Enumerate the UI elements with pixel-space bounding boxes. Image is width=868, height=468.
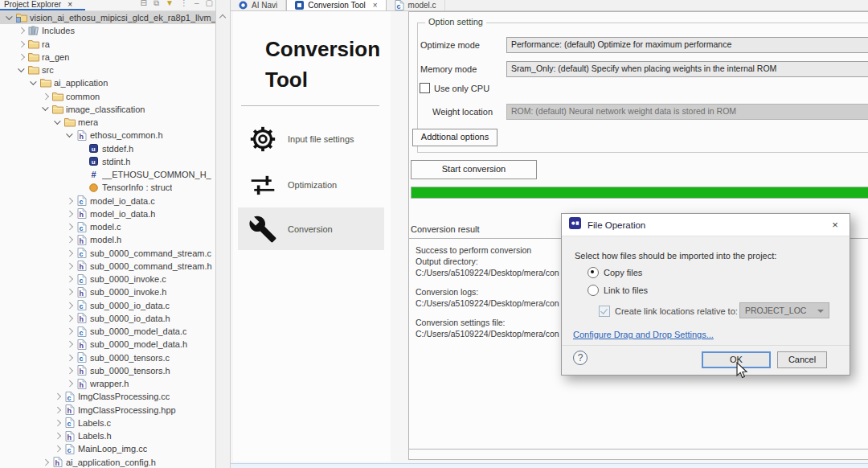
help-button[interactable]: ? [573,351,588,365]
tree-item[interactable]: hmodel.h [0,233,215,246]
expand-arrow-icon[interactable] [65,195,76,206]
maximize-icon[interactable]: ▢ [206,0,213,8]
expand-arrow-icon[interactable] [65,235,76,245]
tree-item[interactable]: cmodel_io_data.c [0,195,215,207]
additional-options-button[interactable]: Addtional options [412,129,497,146]
tree-item[interactable]: #__ETHOSU_COMMON_H_ [0,168,215,181]
tree-item[interactable]: hethosu_common.h [0,129,215,142]
tree-item[interactable]: csub_0000_model_data.c [0,325,215,338]
collapse-arrow-icon[interactable] [17,65,27,76]
tree-item-label: ai_application [54,78,108,88]
editor-tab-ai-navi[interactable]: AI Navi [231,0,286,10]
editor-tab-model-c[interactable]: cmodel.c [387,0,445,10]
expand-arrow-icon[interactable] [53,417,63,428]
start-conversion-button[interactable]: Start conversion [411,160,537,179]
tree-item[interactable]: csub_0000_command_stream.c [0,247,215,260]
optimize-mode-combo[interactable]: Performance: (default) Optimize for maxi… [506,37,868,53]
tree-item[interactable]: csub_0000_tensors.c [0,351,215,364]
filter-icon[interactable]: ▼ [166,0,174,8]
nav-item-optimization[interactable]: Optimization [238,163,384,206]
expand-arrow-icon[interactable] [65,379,76,389]
tree-item[interactable]: cmodel.c [0,220,215,233]
tree-item[interactable]: csub_0000_io_data.c [0,299,215,312]
memory-mode-combo[interactable]: Sram_Only: (default) Specify when placin… [506,61,868,77]
expand-arrow-icon[interactable] [65,365,76,376]
view-menu-icon[interactable]: ⋮ [180,0,188,8]
tree-item[interactable]: hmodel_io_data.h [0,207,215,220]
tree-item[interactable]: hwrapper.h [0,377,215,390]
tree-item[interactable]: src [0,64,215,76]
expand-arrow-icon[interactable] [41,457,51,467]
tree-item[interactable]: csub_0000_invoke.c [0,273,215,285]
expand-arrow-icon[interactable] [65,300,76,310]
expand-arrow-icon[interactable] [65,261,76,271]
svg-text:c: c [79,355,83,363]
tree-item[interactable]: vision_ai_ethosu_mipicsi_glcd_ek_ra8p1_l… [0,11,215,24]
cancel-button[interactable]: Cancel [777,351,827,368]
expand-arrow-icon[interactable] [53,392,63,402]
expand-arrow-icon[interactable] [65,352,76,363]
expand-arrow-icon[interactable] [17,39,27,49]
tree-item[interactable]: hsub_0000_model_data.h [0,338,215,351]
use-only-cpu-checkbox[interactable] [420,83,430,93]
tree-item[interactable]: Includes [0,24,215,37]
collapse-arrow-icon[interactable] [29,78,39,88]
tree-item[interactable]: cMainLoop_img.cc [0,442,215,455]
dialog-title-bar[interactable]: File Operation × [562,214,850,236]
collapse-arrow-icon[interactable] [41,104,51,114]
expand-arrow-icon[interactable] [65,326,76,337]
project-explorer-close-icon[interactable]: × [68,0,72,9]
expand-arrow-icon[interactable] [65,274,76,285]
tree-item[interactable]: image_classification [0,103,215,116]
tree-item[interactable]: TensorInfo : struct [0,181,215,194]
use-only-cpu-row[interactable]: Use only CPU [420,83,489,93]
link-to-files-radio-row[interactable]: Link to files [588,285,648,296]
expand-arrow-icon[interactable] [65,248,76,258]
collapse-arrow-icon[interactable] [65,130,76,141]
expand-arrow-icon[interactable] [17,51,27,62]
collapse-arrow-icon[interactable] [53,117,63,128]
tree-item[interactable]: hsub_0000_tensors.h [0,364,215,377]
scroll-up-icon[interactable] [219,13,226,19]
tree-item[interactable]: hsub_0000_io_data.h [0,312,215,325]
collapse-all-icon[interactable]: ⊟ [141,0,147,8]
expand-arrow-icon[interactable] [65,208,76,219]
minimize-icon[interactable]: ‒ [194,0,199,8]
collapse-arrow-icon[interactable] [5,13,15,23]
expand-arrow-icon[interactable] [65,287,76,298]
editor-tab-conversion-tool[interactable]: Conversion Tool× [286,0,386,10]
link-to-files-radio[interactable] [588,285,599,296]
tree-item[interactable]: ustddef.h [0,142,215,155]
tree-item[interactable]: cLabels.c [0,417,215,429]
tree-item[interactable]: ai_application [0,76,215,89]
tree-item[interactable]: ra [0,38,215,51]
expand-arrow-icon[interactable] [65,222,76,232]
tree-item[interactable]: ra_gen [0,51,215,64]
tree-item[interactable]: hLabels.h [0,429,215,442]
tree-item[interactable]: hai_application_config.h [0,456,215,468]
expand-arrow-icon[interactable] [53,444,63,454]
dialog-close-icon[interactable]: × [828,219,842,231]
tree-item[interactable]: ustdint.h [0,155,215,168]
expand-arrow-icon[interactable] [53,404,63,415]
tree-item[interactable]: common [0,90,215,103]
nav-item-input-file-settings[interactable]: Input file settings [238,117,384,160]
expand-arrow-icon[interactable] [65,339,76,350]
tree-item[interactable]: mera [0,116,215,129]
copy-files-radio-row[interactable]: Copy files [588,267,642,278]
configure-drag-drop-link[interactable]: Configure Drag and Drop Settings... [573,330,714,339]
expand-arrow-icon[interactable] [17,26,27,36]
expand-arrow-icon[interactable] [53,431,63,441]
project-explorer-tab[interactable]: Project Explorer × [4,0,72,9]
expand-arrow-icon[interactable] [41,91,51,101]
tab-close-icon[interactable]: × [373,1,378,10]
tree-item[interactable]: hsub_0000_invoke.h [0,285,215,298]
nav-item-conversion[interactable]: Conversion [238,207,384,250]
tree-item[interactable]: hsub_0000_command_stream.h [0,260,215,273]
link-with-editor-icon[interactable]: ⧉ [154,0,159,8]
tree-scrollbar[interactable] [216,0,231,468]
tree-item[interactable]: hImgClassProcessing.hpp [0,404,215,417]
tree-item[interactable]: cImgClassProcessing.cc [0,390,215,403]
expand-arrow-icon[interactable] [65,313,76,323]
copy-files-radio[interactable] [588,267,599,278]
